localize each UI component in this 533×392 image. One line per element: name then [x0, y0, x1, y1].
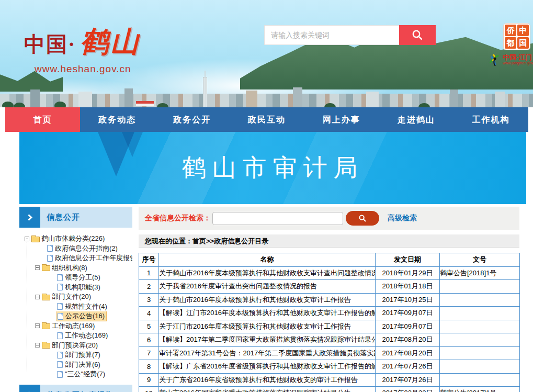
tree-item[interactable]: 工作动态(169)	[19, 321, 132, 331]
file-icon	[47, 255, 53, 262]
cell-num: 2	[139, 280, 159, 294]
tree-item-label: 部门文件(20)	[52, 292, 91, 301]
cell-doc	[440, 373, 520, 387]
nav-tab-6[interactable]: 工作机构	[453, 107, 528, 132]
tree-item[interactable]: 公示公告(16)	[19, 311, 132, 321]
collapse-icon[interactable]	[35, 343, 40, 348]
site-search-button[interactable]	[399, 25, 436, 45]
cell-name[interactable]: 【解读】广东省2016年度省级预算执行和其他财政收支审计工作报告的解读	[159, 360, 376, 374]
cell-name[interactable]: 审计署2017年第31号公告：2017年第二季度国家重大政策措施贯彻落实跟...	[159, 346, 376, 360]
tree-item[interactable]: 组织机构(8)	[19, 263, 132, 273]
cell-name[interactable]: 关于广东省2016年度省级预算执行和其他财政收支的审计工作报告	[159, 373, 376, 387]
tree-item[interactable]: 部门决算(6)	[19, 360, 132, 370]
tree-item[interactable]: 工作动态(169)	[19, 331, 132, 341]
site-search	[264, 25, 436, 45]
tree-item[interactable]: 规范性文件(4)	[19, 302, 132, 312]
cell-doc	[440, 280, 520, 294]
site-search-input[interactable]	[264, 25, 399, 45]
cell-num: 4	[139, 307, 159, 320]
tree-item-label: 工作动态(169)	[65, 331, 108, 340]
tree-item-label: 领导分工(5)	[65, 273, 100, 282]
cell-date: 2017年09月07日	[376, 307, 440, 320]
folder-icon	[42, 265, 50, 271]
tree-item-label: 规范性文件(4)	[65, 302, 107, 311]
cell-name[interactable]: 关于鹤山市2016年度本级预算执行和其他财政收支审计查出问题整改情况...	[159, 266, 376, 280]
cell-name[interactable]: 【解读】2017年第二季度国家重大政策措施贯彻落实情况跟踪审计结果公...	[159, 333, 376, 347]
cell-name[interactable]: 【解读】江门市2016年度本级预算执行和其他财政收支审计工作报告的解读	[159, 307, 376, 320]
collapse-icon[interactable]	[25, 237, 29, 241]
cell-date: 2017年07月26日	[376, 360, 440, 374]
sidebar-section-info-disclosure[interactable]: 信息公开	[19, 207, 132, 228]
file-icon	[57, 371, 63, 378]
cell-num: 9	[139, 373, 159, 387]
file-icon	[47, 245, 53, 252]
tree-item-label: 部门预决算(20)	[52, 341, 98, 350]
nav-tab-2[interactable]: 政务公开	[155, 107, 230, 132]
department-banner: 鹤山市审计局	[19, 132, 526, 204]
table-row: 8【解读】广东省2016年度省级预算执行和其他财政收支审计工作报告的解读2017…	[139, 360, 520, 374]
nav-tab-4[interactable]: 网上办事	[304, 107, 379, 132]
jiangmen-url: www.jiangmen.gov.cn	[503, 61, 533, 65]
collapse-icon[interactable]	[35, 323, 40, 328]
cell-date: 2017年07月26日	[376, 373, 440, 387]
sidebar-section-annual-report[interactable]: 信息公开年度报告	[19, 385, 132, 392]
tree-item[interactable]: 政府信息公开指南(2)	[19, 244, 132, 254]
cell-date: 2018年01月29日	[376, 266, 440, 280]
search-icon	[411, 29, 424, 41]
nav-tab-5[interactable]: 走进鹤山	[379, 107, 453, 132]
cell-date: 2018年01月18日	[376, 280, 440, 294]
jiangmen-logo[interactable]: 中国·江门 www.jiangmen.gov.cn	[488, 52, 533, 67]
cell-doc	[440, 333, 520, 347]
cell-num: 5	[139, 320, 159, 333]
tree-item[interactable]: 领导分工(5)	[19, 273, 132, 283]
cell-name[interactable]: 关于江门市2016年度本级预算执行和其他财政收支审计工作报告	[159, 320, 376, 333]
tree-item[interactable]: 部门预算(7)	[19, 350, 132, 360]
table-row: 3关于鹤山市2016年度本级预算执行和其他财政收支审计工作报告2017年10月2…	[139, 293, 520, 307]
nav-tab-0[interactable]: 首页	[5, 107, 80, 132]
tree-item-label: 政府信息公开指南(2)	[55, 244, 118, 253]
cell-date: 2017年08月20日	[376, 333, 440, 347]
tree-item[interactable]: "三公"经费(7)	[19, 369, 132, 379]
cell-doc	[440, 293, 520, 307]
cell-doc: 鹤审公告[2017]1号	[440, 387, 520, 392]
cell-name[interactable]: 关于我省2016年度审计查出突出问题整改情况的报告	[159, 280, 376, 294]
cell-num: 6	[139, 333, 159, 347]
cell-doc	[440, 346, 520, 360]
breadcrumb: 您现在的位置：首页>>政府信息公开目录	[139, 234, 519, 248]
nav-tab-3[interactable]: 政民互动	[230, 107, 304, 132]
nav-tab-1[interactable]: 政务动态	[80, 107, 155, 132]
badge-char: 国	[517, 37, 529, 49]
folder-icon	[42, 295, 50, 300]
logo-text-prefix: 中国·	[24, 30, 76, 59]
file-icon	[58, 313, 63, 320]
tree-item[interactable]: 部门预决算(20)	[19, 341, 132, 351]
cell-num: 10	[139, 387, 159, 392]
logo-text-script: 鹤山	[80, 23, 141, 61]
cell-name[interactable]: 关于鹤山市2016年度本级预算执行和其他财政收支审计工作报告	[159, 293, 376, 307]
cell-doc	[440, 320, 520, 333]
tree-item[interactable]: 部门文件(20)	[19, 292, 132, 302]
tree-item[interactable]: 机构职能(3)	[19, 283, 132, 293]
cell-doc	[440, 360, 520, 374]
table-row: 2关于我省2016年度审计查出突出问题整改情况的报告2018年01月18日	[139, 280, 520, 294]
folder-icon	[42, 343, 50, 349]
province-search-input[interactable]	[212, 212, 343, 225]
tree-item-label: 公示公告(16)	[65, 311, 105, 321]
cell-name[interactable]: 鹤山市2016年国家和省重大政策措施落实情况跟踪审计结果公告	[159, 387, 376, 392]
file-icon	[57, 332, 63, 339]
province-search-button[interactable]	[346, 211, 379, 226]
collapse-icon[interactable]	[35, 265, 40, 270]
tree-item[interactable]: 鹤山市体裁分类(226)	[19, 234, 132, 244]
tree-item[interactable]: 政府信息公开工作年度报告(	[19, 253, 132, 263]
table-row: 6【解读】2017年第二季度国家重大政策措施贯彻落实情况跟踪审计结果公...20…	[139, 333, 520, 347]
advanced-search-link[interactable]: 高级检索	[388, 214, 417, 223]
table-row: 4【解读】江门市2016年度本级预算执行和其他财政收支审计工作报告的解读2017…	[139, 307, 520, 320]
folder-icon	[42, 323, 50, 329]
collapse-icon[interactable]	[35, 295, 40, 299]
sidebar-section-title: 信息公开	[40, 207, 132, 228]
table-row: 5关于江门市2016年度本级预算执行和其他财政收支审计工作报告2017年09月0…	[139, 320, 520, 333]
province-search-bar: 全省信息公开检索： 高级检索	[139, 207, 519, 230]
tree-item-label: 工作动态(169)	[52, 321, 95, 331]
tree-item-label: 机构职能(3)	[65, 283, 100, 292]
province-search-label: 全省信息公开检索：	[145, 214, 211, 223]
